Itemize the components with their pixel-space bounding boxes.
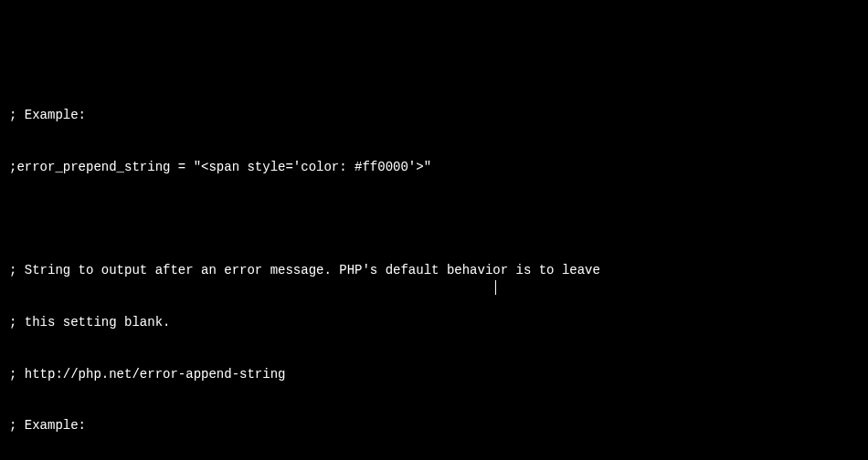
config-line [9, 211, 859, 228]
config-line: ;error_prepend_string = "<span style='co… [9, 159, 859, 176]
terminal-editor[interactable]: ; Example: ;error_prepend_string = "<spa… [9, 73, 859, 460]
config-line: ; http://php.net/error-append-string [9, 366, 859, 383]
config-line: ; String to output after an error messag… [9, 262, 859, 279]
config-line: ; this setting blank. [9, 314, 859, 331]
text-cursor-icon [495, 280, 496, 295]
config-line: ; Example: [9, 417, 859, 434]
config-line: ; Example: [9, 107, 859, 124]
